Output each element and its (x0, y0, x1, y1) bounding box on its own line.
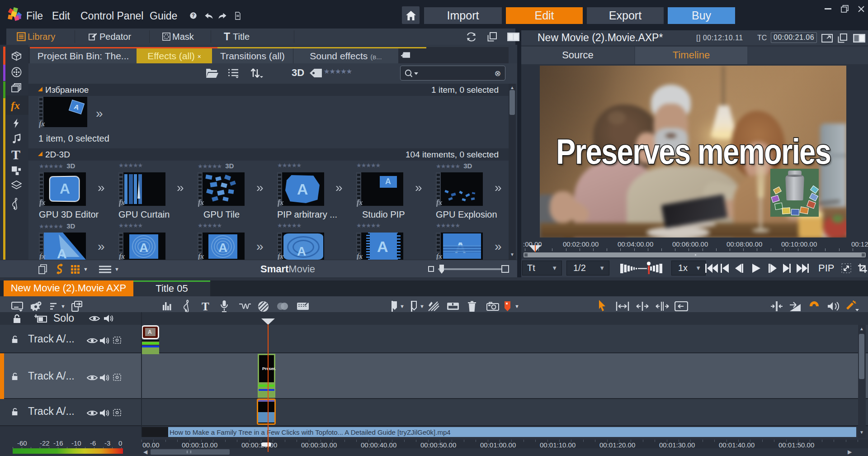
svg-text:?: ? (192, 13, 194, 18)
